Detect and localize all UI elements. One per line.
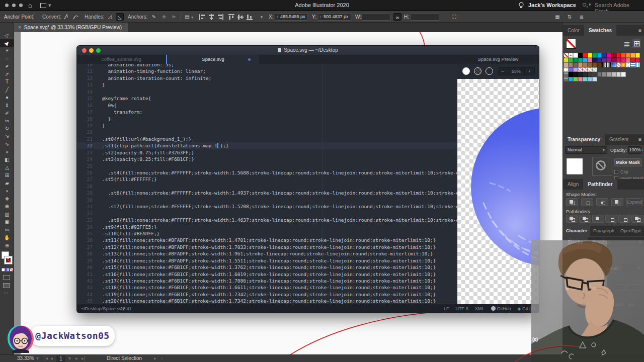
tab-gradient[interactable]: Gradient <box>605 134 633 145</box>
tab-preview[interactable]: Space.svg Preview <box>457 55 539 64</box>
code-line-41[interactable]: 41.st16{fill:none;stroke:#F6B1CF;stroke-… <box>77 271 457 278</box>
swatch-#8C8C8C[interactable] <box>602 72 607 77</box>
arrange-icon[interactable]: ⇅ <box>566 13 574 21</box>
code-line-33[interactable]: 33 .st8{fill:none;stroke:#FFFFFF;stroke-… <box>77 217 457 223</box>
swatch-stripe-pink[interactable] <box>578 67 583 72</box>
align-middle-icon[interactable] <box>237 14 244 20</box>
code-line-35[interactable]: 35.st10{fill:#BFADFF;} <box>77 230 457 237</box>
maximize-button[interactable] <box>96 48 101 53</box>
width-tool[interactable]: ∿ <box>0 140 14 148</box>
zoom-in-button[interactable]: + <box>525 68 534 75</box>
swatch-#662D91[interactable] <box>602 58 607 63</box>
show-handles-icon[interactable]: ◺ <box>116 13 124 21</box>
preview-bg-white-button[interactable] <box>462 67 470 75</box>
swatch-#ED1C24[interactable] <box>583 53 588 58</box>
type-tool[interactable]: T <box>0 78 14 86</box>
constrain-icon[interactable]: ⛶ <box>450 13 458 21</box>
swatch-#A67C52[interactable] <box>583 62 588 67</box>
merge-button[interactable] <box>592 215 604 223</box>
panel-menu-icon[interactable]: ≡ <box>638 134 641 145</box>
swatch-#C7B299[interactable] <box>564 62 569 67</box>
swatch-pat-dots[interactable] <box>564 67 569 72</box>
swatch-pat-dots[interactable] <box>626 62 631 67</box>
adobe-stock-search[interactable]: ▾ Search Adobe Stock <box>583 2 642 10</box>
swatch-#737373[interactable] <box>597 72 602 77</box>
swatch-#FFF200[interactable] <box>588 53 593 58</box>
prev-artboard-icon[interactable]: ◂ <box>50 355 53 362</box>
close-button[interactable] <box>82 48 87 53</box>
expand-button[interactable]: Expand <box>626 198 642 206</box>
tab-coffee-sunrise[interactable]: coffee_sunrise.svg <box>77 55 166 64</box>
swatch-#F2F2F2[interactable] <box>621 72 626 77</box>
code-line-36[interactable]: 36.st11{fill:none;stroke:#BFADFF;stroke-… <box>77 237 457 243</box>
code-line-44[interactable]: 44.st19{fill:none;stroke:#F6B1CF;stroke-… <box>77 291 457 298</box>
h-input[interactable] <box>410 13 439 21</box>
pen-tool[interactable]: ✒ <box>0 62 14 70</box>
hand-tool[interactable]: ✋ <box>0 234 14 242</box>
preview-bg-checker-button[interactable] <box>474 67 481 75</box>
convert-corner-icon[interactable] <box>63 14 70 20</box>
zoom-out-button[interactable]: – <box>498 68 508 75</box>
object-thumbnail[interactable] <box>566 158 583 175</box>
document-tab[interactable]: ×Space.svg* @ 33.33% (RGB/GPU Preview) <box>14 23 128 32</box>
swatch-#736357[interactable] <box>573 62 578 67</box>
swatch-#ED145B[interactable] <box>635 58 640 63</box>
stepper-icon[interactable]: ↕ <box>276 14 278 20</box>
blend-tool[interactable]: ❖ <box>0 195 14 203</box>
free-transform-tool[interactable]: ⌖ <box>0 148 14 156</box>
outline-button[interactable] <box>618 215 630 223</box>
chevron-right-icon[interactable]: ▸ <box>154 355 156 362</box>
code-line-34[interactable]: 34.st9{fill:#92FFE5;} <box>77 224 457 230</box>
swatch-#00A651[interactable] <box>592 53 597 58</box>
lasso-tool[interactable]: ◌ <box>0 55 14 63</box>
code-line-27[interactable]: 27.st5{fill:#FFFFFF;} <box>77 176 457 183</box>
rotate-tool[interactable]: ↻ <box>0 125 14 133</box>
slice-tool[interactable]: ✄ <box>0 226 14 234</box>
code-area[interactable]: 10 animation-duration: 5s;11 animation-t… <box>77 64 457 304</box>
swatch-#ED1C24[interactable] <box>616 53 621 58</box>
swatch-#754C24[interactable] <box>592 62 597 67</box>
swatch-#000000[interactable] <box>578 53 583 58</box>
blend-mode-select[interactable]: Normal ▾ <box>565 146 607 154</box>
swatch-#6FD5C6[interactable] <box>583 77 588 82</box>
grid-view-icon[interactable]: ⊞ <box>632 39 641 48</box>
swatch-#39B54A[interactable] <box>569 58 574 63</box>
cursor-position[interactable]: 22:41 <box>120 304 132 313</box>
swatch-#92278F[interactable] <box>607 58 612 63</box>
tab-paragraph[interactable]: Paragraph <box>590 226 617 236</box>
swatch-#FCEE21[interactable] <box>635 53 640 58</box>
code-line-11[interactable]: 11 animation-timing-function: linear; <box>77 68 457 74</box>
swatch-grad-wb[interactable] <box>607 62 612 67</box>
chevron-left-icon[interactable]: ‹ <box>161 355 163 362</box>
code-line-32[interactable]: 32 <box>77 210 457 217</box>
x-input[interactable]: ↕ 485.5486 px <box>275 13 308 21</box>
perspective-grid-tool[interactable]: △ <box>0 164 14 172</box>
stroke-color-proxy[interactable] <box>5 256 12 264</box>
swatch-#7B6BD6[interactable] <box>569 67 574 72</box>
divide-button[interactable] <box>566 215 578 223</box>
code-line-40[interactable]: 40.st15{fill:none;stroke:#F6B1CF;stroke-… <box>77 264 457 270</box>
shape-builder-tool[interactable]: ◧ <box>0 156 14 164</box>
trim-button[interactable] <box>579 215 591 223</box>
add-anchor-icon[interactable]: ✚ <box>160 13 168 21</box>
swatch-#000000[interactable] <box>569 72 574 77</box>
swatch-#009245[interactable] <box>573 58 578 63</box>
scale-tool[interactable]: ⇲ <box>0 133 14 141</box>
code-line-17[interactable]: 17 transform: <box>77 109 457 115</box>
code-line-22[interactable]: 22.st1{clip-path:url(#constellations-map… <box>77 142 457 149</box>
swatch-stripe-pink[interactable] <box>583 67 588 72</box>
tab-pathfinder[interactable]: Pathfinder <box>583 179 617 190</box>
swatch-#8C6239[interactable] <box>588 62 593 67</box>
close-icon[interactable]: × <box>18 25 21 30</box>
last-artboard-icon[interactable]: ▸| <box>82 355 86 362</box>
minimize-button[interactable] <box>89 48 94 53</box>
swatch-#00AEEF[interactable] <box>597 53 602 58</box>
swatch-pat-pink[interactable] <box>616 62 621 67</box>
ellipse-tool[interactable]: ● <box>0 94 14 102</box>
swatch-grad-blue[interactable] <box>611 62 616 67</box>
swatch-#998675[interactable] <box>569 62 574 67</box>
swatch-#00A99D[interactable] <box>578 58 583 63</box>
color-mode-icon[interactable] <box>2 268 5 272</box>
swatch-#2E3192[interactable] <box>602 53 607 58</box>
artboard-tool[interactable]: ▣ <box>0 218 14 226</box>
